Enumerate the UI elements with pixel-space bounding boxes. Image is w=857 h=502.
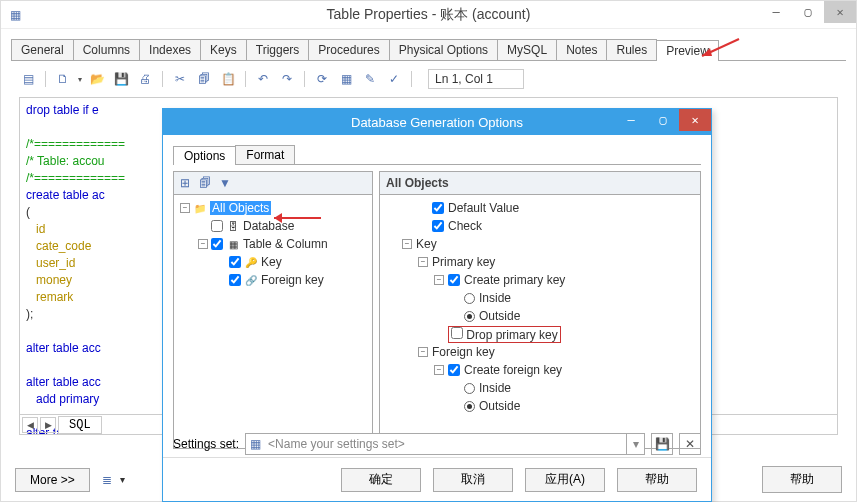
print-icon[interactable]: 🖨 [136, 70, 154, 88]
tab-general[interactable]: General [11, 39, 74, 60]
dialog-tab-format[interactable]: Format [235, 145, 295, 164]
tree-icon: ▦ [226, 238, 240, 250]
cut-icon[interactable]: ✂ [171, 70, 189, 88]
settings-placeholder: <Name your settings set> [268, 437, 405, 451]
main-tabs: GeneralColumnsIndexesKeysTriggersProcedu… [11, 39, 846, 61]
dropdown-icon[interactable]: ▾ [78, 75, 82, 84]
refresh-icon[interactable]: ⟳ [313, 70, 331, 88]
help-button[interactable]: 帮助 [762, 466, 842, 493]
tab-indexes[interactable]: Indexes [139, 39, 201, 60]
option-row[interactable]: Default Value [382, 199, 698, 217]
separator [162, 71, 163, 87]
option-checkbox[interactable] [432, 202, 444, 214]
tree-checkbox[interactable] [211, 220, 223, 232]
minimize-button[interactable]: — [760, 1, 792, 23]
tree-item[interactable]: −▦Table & Column [176, 235, 370, 253]
edit-icon[interactable]: ✎ [361, 70, 379, 88]
options-tree[interactable]: Default ValueCheck−Key−Primary key−Creat… [379, 195, 701, 449]
tab-mysql[interactable]: MySQL [497, 39, 557, 60]
tree-checkbox[interactable] [211, 238, 223, 250]
dialog-body: OptionsFormat ⊞ 🗐 ▼ −📁All Objects🗄Databa… [163, 135, 711, 457]
new-icon[interactable]: 🗋 [54, 70, 72, 88]
option-radio[interactable] [464, 293, 475, 304]
tab-sql[interactable]: SQL [58, 416, 102, 434]
option-row[interactable]: −Create primary key [382, 271, 698, 289]
tree-item[interactable]: 🔑Key [176, 253, 370, 271]
option-row[interactable]: −Key [382, 235, 698, 253]
dialog-close-button[interactable]: ✕ [679, 109, 711, 131]
tab-columns[interactable]: Columns [73, 39, 140, 60]
option-radio[interactable] [464, 401, 475, 412]
hierarchy-icon[interactable]: ≣ [98, 471, 116, 489]
option-row[interactable]: Check [382, 217, 698, 235]
delete-settings-button[interactable]: ✕ [679, 433, 701, 455]
option-row[interactable]: −Primary key [382, 253, 698, 271]
option-radio[interactable] [464, 311, 475, 322]
dropdown-icon[interactable]: ▾ [120, 474, 125, 485]
tree-item[interactable]: 🔗Foreign key [176, 271, 370, 289]
cursor-position: Ln 1, Col 1 [428, 69, 524, 89]
separator [411, 71, 412, 87]
option-checkbox[interactable] [451, 327, 463, 339]
tree-root[interactable]: −📁All Objects [176, 199, 370, 217]
option-radio[interactable] [464, 383, 475, 394]
tab-triggers[interactable]: Triggers [246, 39, 310, 60]
settings-icon: ▦ [250, 437, 264, 451]
copy-icon[interactable]: 🗐 [195, 70, 213, 88]
check-icon[interactable]: ✓ [385, 70, 403, 88]
option-checkbox[interactable] [448, 274, 460, 286]
maximize-button[interactable]: ▢ [792, 1, 824, 23]
app-icon: ▦ [1, 8, 29, 22]
tab-rules[interactable]: Rules [606, 39, 657, 60]
apply-button[interactable]: 应用(A) [525, 468, 605, 492]
dialog-titlebar: Database Generation Options — ▢ ✕ [163, 109, 711, 135]
nav-next-icon[interactable]: ▶ [40, 417, 56, 433]
option-row[interactable]: Outside [382, 307, 698, 325]
redo-icon[interactable]: ↷ [278, 70, 296, 88]
option-row[interactable]: Inside [382, 379, 698, 397]
cancel-button[interactable]: 取消 [433, 468, 513, 492]
dialog-tab-options[interactable]: Options [173, 146, 236, 165]
tree-item[interactable]: 🗄Database [176, 217, 370, 235]
object-tree[interactable]: −📁All Objects🗄Database−▦Table & Column🔑K… [173, 195, 373, 449]
dialog-footer: 确定 取消 应用(A) 帮助 [163, 457, 711, 501]
tab-physical-options[interactable]: Physical Options [389, 39, 498, 60]
document-icon[interactable]: ▤ [19, 70, 37, 88]
option-checkbox[interactable] [448, 364, 460, 376]
dropdown-icon[interactable]: ▾ [626, 434, 644, 454]
option-row[interactable]: −Foreign key [382, 343, 698, 361]
options-icon[interactable]: ▦ [337, 70, 355, 88]
tree-checkbox[interactable] [229, 274, 241, 286]
ok-button[interactable]: 确定 [341, 468, 421, 492]
dialog-help-button[interactable]: 帮助 [617, 468, 697, 492]
filter-icon[interactable]: ▼ [218, 176, 232, 190]
paste-icon[interactable]: 📋 [219, 70, 237, 88]
option-checkbox[interactable] [432, 220, 444, 232]
separator [304, 71, 305, 87]
tab-keys[interactable]: Keys [200, 39, 247, 60]
tree-checkbox[interactable] [229, 256, 241, 268]
tree-toolbar: ⊞ 🗐 ▼ [173, 171, 373, 195]
option-row[interactable]: Drop primary key [382, 325, 698, 343]
settings-set-label: Settings set: [173, 437, 239, 451]
tab-preview[interactable]: Preview [656, 40, 719, 61]
dialog-maximize-button[interactable]: ▢ [647, 109, 679, 131]
separator [245, 71, 246, 87]
tree-icon: 🔑 [244, 256, 258, 268]
dialog-minimize-button[interactable]: — [615, 109, 647, 131]
tab-notes[interactable]: Notes [556, 39, 607, 60]
tab-procedures[interactable]: Procedures [308, 39, 389, 60]
settings-set-input[interactable]: ▦ <Name your settings set> ▾ [245, 433, 645, 455]
option-row[interactable]: Outside [382, 397, 698, 415]
option-row[interactable]: Inside [382, 289, 698, 307]
more-button[interactable]: More >> [15, 468, 90, 492]
open-icon[interactable]: 📂 [88, 70, 106, 88]
close-button[interactable]: ✕ [824, 1, 856, 23]
expand-all-icon[interactable]: ⊞ [178, 176, 192, 190]
nav-prev-icon[interactable]: ◀ [22, 417, 38, 433]
save-icon[interactable]: 💾 [112, 70, 130, 88]
option-row[interactable]: −Create foreign key [382, 361, 698, 379]
save-settings-button[interactable]: 💾 [651, 433, 673, 455]
copy-icon[interactable]: 🗐 [198, 176, 212, 190]
undo-icon[interactable]: ↶ [254, 70, 272, 88]
